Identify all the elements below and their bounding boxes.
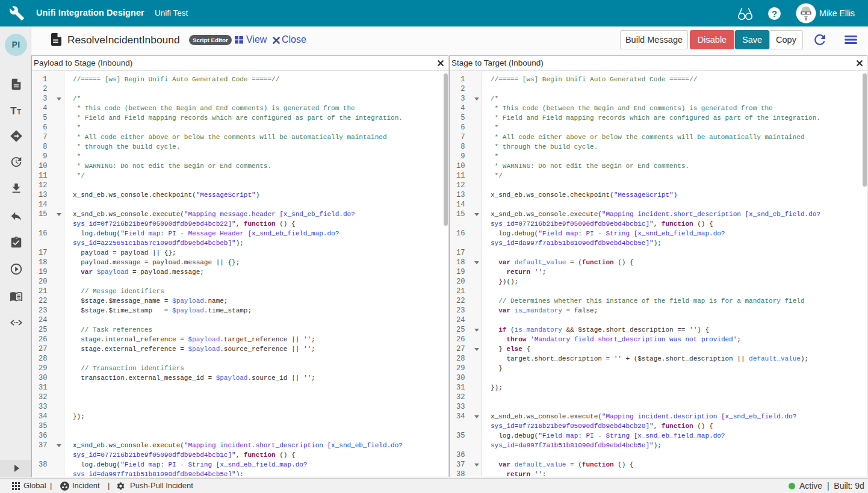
svg-text:T: T [10,104,17,116]
svg-text:T: T [17,107,22,116]
